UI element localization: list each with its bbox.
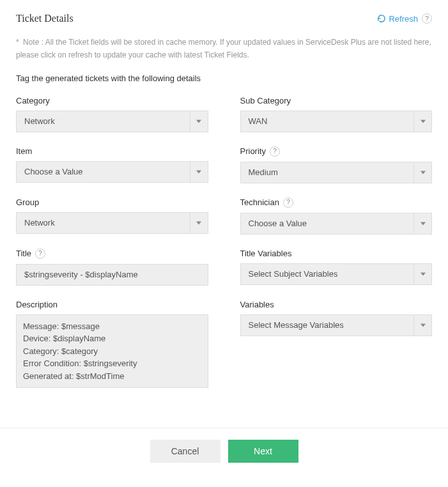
sub-category-value: WAN — [241, 116, 414, 126]
label-text: Variables — [240, 300, 274, 309]
item-field: Item Choose a Value — [16, 146, 208, 183]
label-text: Title Variables — [240, 249, 292, 258]
variables-value: Select Message Variables — [241, 320, 414, 330]
svg-marker-3 — [421, 171, 426, 174]
note-body: All the Ticket fields will be stored in … — [16, 38, 431, 59]
priority-value: Medium — [241, 167, 414, 177]
priority-label: Priority ? — [240, 146, 433, 157]
help-icon[interactable]: ? — [422, 13, 432, 24]
title-variables-field: Title Variables Select Subject Variables — [240, 249, 433, 286]
variables-field: Variables Select Message Variables — [240, 300, 433, 389]
group-select[interactable]: Network — [16, 212, 208, 234]
description-label: Description — [16, 300, 208, 309]
description-field: Description Message: $message Device: $d… — [16, 300, 208, 389]
priority-field: Priority ? Medium — [240, 146, 433, 183]
chevron-down-icon — [413, 162, 431, 183]
category-field: Category Network — [16, 96, 208, 132]
svg-marker-7 — [421, 323, 426, 327]
svg-marker-6 — [421, 272, 426, 275]
cancel-button[interactable]: Cancel — [150, 440, 220, 463]
group-label: Group — [16, 197, 208, 207]
item-value: Choose a Value — [17, 167, 190, 176]
note-text: * Note : All the Ticket fields will be s… — [16, 36, 432, 62]
help-icon[interactable]: ? — [270, 146, 280, 157]
chevron-down-icon — [413, 315, 431, 336]
refresh-link[interactable]: Refresh — [377, 14, 418, 24]
svg-marker-5 — [421, 222, 426, 225]
label-text: Category — [16, 96, 50, 105]
item-label: Item — [16, 146, 208, 156]
help-icon[interactable]: ? — [35, 249, 45, 259]
sub-category-label: Sub Category — [240, 96, 433, 105]
svg-marker-0 — [196, 120, 201, 123]
page-title: Ticket Details — [16, 13, 73, 24]
chevron-down-icon — [413, 213, 431, 234]
title-variables-label: Title Variables — [240, 249, 433, 258]
header-row: Ticket Details Refresh ? — [16, 13, 432, 24]
note-asterisk: * — [16, 38, 21, 47]
category-value: Network — [17, 116, 190, 126]
title-input[interactable] — [16, 264, 208, 286]
label-text: Technician — [240, 197, 279, 207]
title-variables-select[interactable]: Select Subject Variables — [240, 263, 433, 285]
title-field: Title ? — [16, 249, 208, 286]
description-textarea[interactable]: Message: $message Device: $displayName C… — [16, 314, 208, 389]
form-grid: Category Network Sub Category WAN Item C… — [16, 96, 432, 403]
chevron-down-icon — [190, 162, 208, 182]
next-button[interactable]: Next — [228, 440, 298, 463]
svg-marker-1 — [421, 120, 426, 123]
label-text: Sub Category — [240, 96, 291, 105]
label-text: Description — [16, 300, 58, 309]
technician-value: Choose a Value — [241, 219, 414, 228]
variables-label: Variables — [240, 300, 433, 309]
label-text: Title — [16, 249, 31, 258]
chevron-down-icon — [413, 264, 431, 284]
group-field: Group Network — [16, 197, 208, 235]
label-text: Group — [16, 197, 39, 207]
refresh-icon — [377, 14, 386, 23]
group-value: Network — [17, 218, 190, 228]
svg-marker-2 — [196, 170, 201, 173]
title-variables-value: Select Subject Variables — [241, 269, 414, 279]
instruction-text: Tag the generated tickets with the follo… — [16, 73, 432, 83]
category-label: Category — [16, 96, 208, 105]
label-text: Item — [16, 146, 32, 156]
footer: Cancel Next — [0, 428, 448, 474]
item-select[interactable]: Choose a Value — [16, 161, 208, 183]
variables-select[interactable]: Select Message Variables — [240, 314, 433, 336]
refresh-group: Refresh ? — [377, 13, 432, 24]
priority-select[interactable]: Medium — [240, 162, 433, 183]
chevron-down-icon — [190, 213, 208, 233]
label-text: Priority — [240, 146, 266, 156]
technician-label: Technician ? — [240, 197, 433, 208]
chevron-down-icon — [190, 111, 208, 132]
sub-category-select[interactable]: WAN — [240, 111, 433, 132]
svg-marker-4 — [196, 221, 201, 224]
help-icon[interactable]: ? — [283, 197, 293, 208]
category-select[interactable]: Network — [16, 111, 208, 132]
technician-select[interactable]: Choose a Value — [240, 213, 433, 235]
title-label: Title ? — [16, 249, 208, 259]
sub-category-field: Sub Category WAN — [240, 96, 433, 132]
technician-field: Technician ? Choose a Value — [240, 197, 433, 235]
note-label: Note : — [23, 38, 45, 47]
chevron-down-icon — [413, 111, 431, 132]
refresh-label: Refresh — [389, 14, 418, 24]
